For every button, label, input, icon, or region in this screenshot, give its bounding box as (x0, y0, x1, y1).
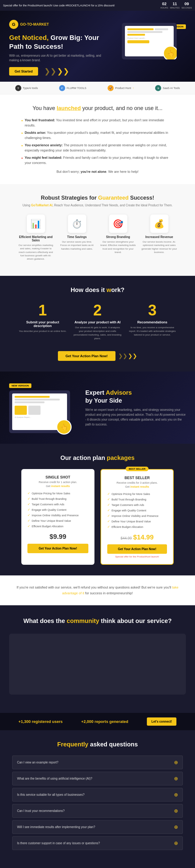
countdown-minutes: 11 MINUTES (170, 2, 180, 9)
ai-brand: GoToMarket AI (31, 204, 53, 207)
check-bs-7: ✓ (107, 525, 110, 529)
problem-text-2: Doubts arise: You question your product'… (25, 130, 174, 140)
logo-text: GO-TO-MARKET (20, 22, 49, 27)
faq-question-6: Is there customer support in case of any… (17, 841, 100, 845)
faq-icon-4: ⊕ (174, 808, 178, 814)
partner-flurw: F FLURW TOOLS (59, 85, 87, 91)
how-cta-button[interactable]: Get Your Action Plan Now! (58, 351, 116, 361)
hero-section: G GO-TO-MARKET Get Noticed, Grow Big: Yo… (0, 11, 195, 82)
bullet-2: • (21, 130, 23, 136)
hero-image-area: NEW VERSION Product Hunt Launch... 👆 (122, 17, 189, 65)
strategies-section: Robust Strategies for Guaranteed Success… (0, 184, 195, 276)
strategies-title: Robust Strategies for Guaranteed Success… (9, 195, 186, 201)
faq-item-2[interactable]: What are the benefits of using artificia… (12, 772, 183, 785)
partner-saas-logo: S (155, 85, 161, 91)
faq-section: Frequently asked questions Can I view an… (0, 730, 195, 863)
expert-desc: We're an expert team of marketing, sales… (85, 407, 186, 427)
guarantee-link[interactable]: take advantage of it (62, 586, 178, 595)
check-bs-5: ✓ (107, 514, 110, 518)
partner-ph-name: Product Hunt (115, 87, 131, 90)
strategy-revenue-title: Increased Revenue (141, 235, 177, 239)
guarantee-text: If you're not satisfied with our service… (15, 585, 180, 596)
problem-title: You have launched your product, and no o… (12, 105, 183, 112)
strategy-revenue: 💰 Increased Revenue Our service boosts i… (141, 215, 177, 260)
strategies-grid: 📊 Efficient Marketing and Sales Our serv… (9, 215, 186, 260)
how-chevrons: ❯❯ ❯❯ (118, 352, 137, 359)
how-cta-row: Get Your Action Plan Now! ❯❯ ❯❯ (9, 348, 186, 361)
step-1-desc: You describe your product in an online f… (18, 330, 67, 333)
strategy-marketing-icon: 📊 (27, 215, 45, 233)
plan-single-btn[interactable]: Get Your Action Plan Now! (27, 544, 88, 553)
plan-bs-results-highlight: instant results (130, 485, 149, 488)
expert-click-icon: 👆 (56, 420, 72, 435)
problem-text-3: You experience anxiety: The pressure to … (25, 143, 174, 153)
problem-item-1: • You feel frustrated: You invested time… (21, 118, 174, 128)
partner-flurw-name: FLURW TOOLS (67, 87, 87, 90)
problem-item-2: • Doubts arise: You question your produc… (21, 130, 174, 140)
faq-item-1[interactable]: Can I view an example report? ⊕ (12, 755, 183, 769)
problem-item-3: • You experience anxiety: The pressure t… (21, 143, 174, 153)
hero-title-highlight: Get Noticed, (9, 34, 49, 41)
faq-item-4[interactable]: Can I trust your recommendations? ⊕ (12, 804, 183, 818)
feature-bs-4: ✓Engage with Quality Content (107, 508, 167, 512)
feature-ss-5: ✓Improve Online Visibility and Presence (27, 513, 88, 517)
pricing-title: Our action plan packages (9, 455, 186, 461)
faq-question-2: What are the benefits of using artificia… (17, 777, 92, 780)
plan-single-price: $9.99 (27, 533, 88, 541)
step-2-title: Analyze your product with AI (73, 320, 122, 324)
feature-ss-7: ✓Efficient Budget Allocation (27, 524, 88, 528)
problem-text-1: You feel frustrated: You invested time a… (25, 118, 174, 128)
problem-text-4: You might feel isolated: Friends and fam… (25, 155, 174, 165)
bullet-4: • (21, 155, 23, 161)
feature-bs-7: ✓Efficient Budget Allocation (107, 525, 167, 529)
stat-users-number: +1,300 registered users (19, 719, 63, 724)
step-1-number: 1 (18, 303, 67, 318)
testimonials-area (9, 633, 186, 694)
logo-icon: G (9, 20, 18, 29)
hero-subtitle: With us, entrepreneurs use AI to get bet… (9, 53, 107, 62)
hero-cta-button[interactable]: Get Started (9, 67, 38, 75)
faq-item-6[interactable]: Is there customer support in case of any… (12, 836, 183, 850)
check-bs-1: ✓ (107, 492, 110, 496)
step-3-number: 3 (128, 303, 177, 318)
plan-bs-btn[interactable]: Get Your Action Plan Now! (107, 544, 167, 554)
guarantee-section: If you're not satisfied with our service… (0, 576, 195, 605)
faq-item-5[interactable]: Will I see immediate results after imple… (12, 820, 183, 834)
strategy-revenue-desc: Our service boosts income. AI-optimized … (141, 240, 177, 254)
problem-item-4: • You might feel isolated: Friends and f… (21, 155, 174, 165)
step-3-title: Recommendations (128, 320, 177, 324)
faq-question-5: Will I see immediate results after imple… (17, 825, 95, 829)
step-1: 1 Submit your product description You de… (18, 303, 67, 340)
partners-bar: T TypeAI tools F FLURW TOOLS 🚀 Product H… (0, 82, 195, 94)
faq-icon-1: ⊕ (174, 760, 178, 765)
check-bs-3: ✓ (107, 503, 110, 507)
work-highlight: w (106, 286, 111, 293)
problem-section: You have launched your product, and no o… (0, 94, 195, 184)
pricing-grid: SINGLE SHOT Receive credit for 1 action … (9, 469, 186, 565)
plan-single-results: Get instant results (27, 485, 88, 488)
partner-saas-name: SaaS AI Tools (163, 87, 180, 90)
strategy-time-title: Time Savings (59, 235, 95, 239)
plan-bs-price-old: $44.99 (121, 536, 132, 540)
connect-button[interactable]: Let's connect! (147, 717, 176, 726)
strategy-branding-title: Strong Branding (100, 235, 136, 239)
advisors-highlight: Advisors (106, 389, 132, 396)
how-chevron-2: ❯❯ (128, 352, 137, 359)
pricing-section: Our action plan packages SINGLE SHOT Rec… (0, 444, 195, 576)
strategy-revenue-icon: 💰 (150, 215, 168, 233)
countdown-seconds: 09 SECONDS (181, 2, 192, 9)
how-chevron-1: ❯❯ (118, 352, 127, 359)
plan-single-credits: Receive credit for 1 action plan. (27, 480, 88, 484)
best-seller-badge: BEST SELLER (126, 467, 149, 471)
bullet-3: • (21, 143, 23, 149)
step-2-number: 2 (73, 303, 122, 318)
faq-item-3[interactable]: Is this service suitable for all types o… (12, 788, 183, 802)
community-highlight: community (67, 618, 99, 624)
strategy-branding: 🎯 Strong Branding Our service strengthen… (100, 215, 136, 260)
plan-single-name: SINGLE SHOT (27, 475, 88, 479)
faq-question-1: Can I view an example report? (17, 761, 59, 764)
check-ss-6: ✓ (27, 519, 30, 523)
faq-question-3: Is this service suitable for all types o… (17, 793, 85, 796)
strategy-time-icon: ⏱️ (68, 215, 86, 233)
faq-icon-2: ⊕ (174, 776, 178, 781)
